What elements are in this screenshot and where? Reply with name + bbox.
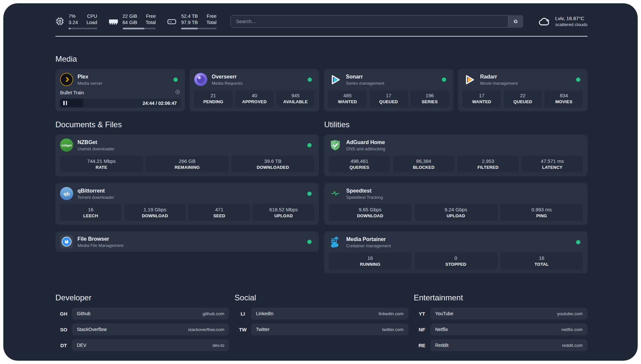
bookmark-group-developer: Developer GH Githubgithub.com SO StackOv…: [55, 293, 229, 351]
service-card-filebrowser[interactable]: File Browser Media File Management: [55, 231, 319, 252]
bookmark-link-reddit[interactable]: RE Redditreddit.com: [414, 339, 588, 351]
stat-box: 16 RUNNING: [329, 253, 412, 269]
stat-box: 9.65 Gbps DOWNLOAD: [329, 204, 412, 221]
stat-box: 21 PENDING: [194, 90, 232, 107]
bookmark-link-linkedin[interactable]: LI LinkedInlinkedin.com: [234, 308, 408, 319]
service-description: Media File Management: [77, 243, 123, 248]
stat-value: 498,461: [331, 158, 388, 165]
memory-free-value: 22 GiB: [123, 13, 137, 19]
bookmark-link-twitter[interactable]: TW Twittertwitter.com: [234, 323, 408, 335]
stat-label: WANTED: [330, 99, 365, 105]
stat-box: 485 WANTED: [328, 90, 367, 107]
bookmark-abbr: NF: [414, 323, 430, 335]
stat-box: 0.993 ms PING: [500, 204, 583, 221]
search-bar: G: [230, 15, 523, 28]
utilities-column: Utilities AdGuard Home: [324, 120, 588, 273]
stat-label: DOWNLOAD: [126, 213, 184, 219]
bookmark-link-youtube[interactable]: YT YouTubeyoutube.com: [414, 308, 588, 319]
search-engine-button[interactable]: G: [508, 15, 523, 28]
disk-free-value: 52.4 TB: [181, 13, 198, 19]
bookmark-url: youtube.com: [557, 311, 583, 316]
bookmark-name: Github: [77, 311, 90, 316]
sonarr-icon: [328, 73, 342, 86]
playback-time: 24:44 / 02:06:47: [142, 101, 177, 106]
cpu-usage-bar: [69, 28, 97, 29]
weather-condition: scattered clouds: [555, 22, 588, 28]
stat-value: 0.993 ms: [502, 206, 581, 213]
status-online-dot: [576, 240, 580, 244]
stat-value: 945: [278, 92, 313, 99]
bookmark-abbr: LI: [234, 308, 251, 319]
service-card-portainer[interactable]: Media Portainer Container management 16 …: [324, 231, 588, 273]
service-description: Container management: [346, 243, 391, 249]
stat-value: 1.19 Gbps: [126, 206, 184, 213]
nzbget-icon: nzbget: [60, 138, 73, 152]
status-online-dot: [442, 77, 446, 82]
status-online-dot: [576, 77, 580, 82]
service-card-sonarr[interactable]: Sonarr Series management 485 WANTED 17 Q…: [324, 69, 453, 111]
stat-box: 744.21 Mbps RATE: [60, 156, 143, 172]
weather-widget: Lviv, 16.87°C scattered clouds: [537, 15, 588, 28]
stat-value: 21: [196, 92, 230, 99]
bookmark-name: Reddit: [435, 343, 448, 348]
stat-box: 39.6 TB DOWNLOADED: [231, 156, 314, 172]
stat-label: SERIES: [412, 99, 447, 105]
stat-value: 744.21 Mbps: [62, 158, 141, 165]
stat-box: 471 SEED: [189, 204, 250, 221]
bookmark-link-github[interactable]: GH Githubgithub.com: [55, 308, 229, 319]
service-description: Speedtest Tracking: [346, 195, 383, 200]
service-description: Series management: [346, 80, 384, 86]
memory-free-label: Free: [146, 13, 156, 19]
status-online-dot: [307, 143, 312, 147]
stat-value: 16: [502, 255, 581, 261]
stat-label: REMAINING: [148, 165, 227, 170]
service-name: Overseerr: [212, 73, 243, 80]
search-input[interactable]: [230, 15, 523, 28]
stat-label: WANTED: [465, 99, 499, 105]
playback-progress-bar[interactable]: 24:44 / 02:06:47: [60, 99, 180, 107]
status-online-dot: [173, 77, 178, 82]
radarr-icon: [463, 73, 476, 86]
service-name: Plex: [77, 73, 102, 80]
disk-icon: [167, 17, 177, 25]
disk-total-value: 97.9 TB: [181, 19, 198, 26]
bookmark-abbr: SO: [55, 323, 72, 335]
stat-box: 16 LEECH: [60, 204, 121, 221]
stat-value: 16: [62, 206, 119, 213]
bookmark-link-dev[interactable]: DT DEVdev.to: [55, 339, 229, 351]
bookmark-name: Twitter: [256, 327, 269, 332]
memory-usage-bar: [123, 28, 156, 29]
stat-value: 485: [330, 92, 365, 99]
service-card-plex[interactable]: Plex Media server Bullet Train 24:44 / 0…: [55, 69, 185, 111]
service-description: Movie management: [480, 80, 518, 86]
service-card-speedtest[interactable]: Speedtest Speedtest Tracking 9.65 Gbps D…: [324, 183, 588, 225]
cloud-icon: [537, 16, 551, 27]
speedtest-icon: [329, 187, 342, 200]
bookmark-url: stackoverflow.com: [188, 327, 224, 332]
service-card-nzbget[interactable]: nzbget NZBGet Usenet downloader 744.21 M…: [55, 135, 319, 176]
bookmark-link-netflix[interactable]: NF Netflixnetflix.com: [414, 323, 588, 335]
stat-label: SEED: [191, 213, 248, 219]
stat-value: 618.52 Mbps: [255, 206, 312, 213]
stat-box: 40 APPROVED: [235, 90, 274, 107]
bookmark-name: YouTube: [435, 311, 453, 316]
stat-box: 9.24 Gbps UPLOAD: [414, 204, 497, 221]
service-description: Usenet downloader: [77, 146, 114, 152]
bookmark-url: github.com: [202, 311, 224, 316]
disk-free-label: Free: [207, 13, 217, 19]
stat-value: 86,384: [395, 158, 452, 165]
bookmark-link-stackoverflow[interactable]: SO StackOverflowstackoverflow.com: [55, 323, 229, 335]
service-card-radarr[interactable]: Radarr Movie management 17 WANTED 22 QUE…: [458, 69, 588, 111]
cpu-icon: [55, 17, 64, 26]
stat-label: RUNNING: [331, 261, 410, 267]
pause-icon[interactable]: [63, 101, 67, 105]
stat-label: QUEUED: [372, 99, 406, 105]
weather-location-temp: Lviv, 16.87°C: [555, 15, 588, 22]
service-card-adguard[interactable]: AdGuard Home DNS and adblocking 498,461 …: [324, 135, 588, 176]
stat-box: 47.571 ms LATENCY: [522, 156, 583, 172]
disk-total-label: Total: [206, 19, 217, 26]
service-card-qbittorrent[interactable]: qb qBittorrent Torrent downloader 16 LEE…: [55, 183, 319, 225]
service-card-overseerr[interactable]: Overseerr Media Requests 21 PENDING 40 A…: [190, 69, 319, 111]
stat-value: 22: [506, 92, 540, 99]
memory-total-value: 64 GiB: [123, 19, 137, 26]
